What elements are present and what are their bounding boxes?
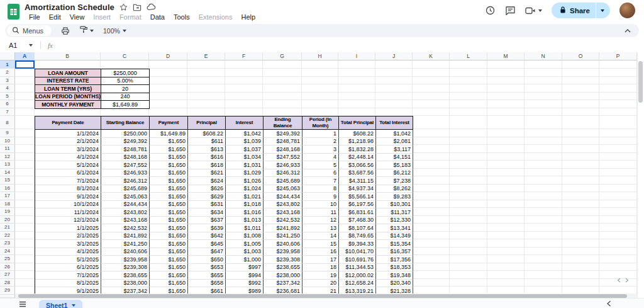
schedule-cell[interactable]: $1,650 <box>150 256 188 264</box>
schedule-cell[interactable]: $17,356 <box>376 256 413 264</box>
grid-cell[interactable] <box>450 116 487 129</box>
schedule-cell[interactable]: $11,344.53 <box>339 264 376 272</box>
schedule-cell[interactable]: $1,650 <box>150 280 188 288</box>
grid-cell[interactable] <box>338 77 375 85</box>
schedule-cell[interactable]: $616 <box>188 154 226 162</box>
schedule-cell[interactable]: $1,650 <box>150 154 188 162</box>
grid-cell[interactable] <box>599 116 637 129</box>
grid-cell[interactable] <box>487 153 525 161</box>
grid-cell[interactable] <box>15 100 35 108</box>
schedule-cell[interactable]: $1,042 <box>376 130 413 138</box>
zoom-control[interactable]: 100% <box>103 27 126 35</box>
menu-insert[interactable]: Insert <box>89 13 115 21</box>
column-header-B[interactable]: B <box>35 52 101 60</box>
schedule-cell[interactable]: 1 <box>303 130 339 138</box>
row-header-12[interactable]: 12 <box>0 153 15 161</box>
schedule-cell[interactable]: $624 <box>188 177 226 185</box>
grid-cell[interactable] <box>450 145 487 153</box>
schedule-cell[interactable]: 10 <box>303 201 339 209</box>
grid-cell[interactable] <box>413 161 450 169</box>
loan-label-cell[interactable]: LOAN AMOUNT <box>35 69 101 77</box>
schedule-header-cell[interactable]: Principal <box>188 117 226 130</box>
grid-cell[interactable] <box>413 224 450 232</box>
schedule-cell[interactable]: $241,892 <box>264 224 303 232</box>
loan-label-cell[interactable]: INTEREST RATE <box>35 77 101 86</box>
grid-cell[interactable] <box>487 263 525 271</box>
grid-cell[interactable] <box>450 255 487 263</box>
schedule-cell[interactable]: $244,434 <box>264 193 303 201</box>
grid-cell[interactable] <box>487 100 525 108</box>
schedule-cell[interactable]: $9,394.33 <box>339 240 376 248</box>
grid-cell[interactable] <box>375 60 413 69</box>
schedule-cell[interactable]: $1,650 <box>150 224 188 232</box>
schedule-cell[interactable]: $608.22 <box>188 130 226 138</box>
schedule-cell[interactable]: 8 <box>303 185 339 193</box>
column-header-G[interactable]: G <box>263 52 302 60</box>
grid-cell[interactable] <box>562 208 599 216</box>
grid-cell[interactable] <box>487 108 525 117</box>
grid-cell[interactable] <box>562 60 599 69</box>
grid-cell[interactable] <box>15 224 35 232</box>
grid-cell[interactable] <box>525 271 562 279</box>
row-header-26[interactable]: 26 <box>0 263 15 271</box>
schedule-cell[interactable]: $7,468.30 <box>339 217 376 225</box>
grid-cell[interactable] <box>562 129 599 137</box>
schedule-cell[interactable]: $634 <box>188 208 226 217</box>
row-header-27[interactable]: 27 <box>0 271 15 279</box>
schedule-cell[interactable]: $637 <box>188 217 226 225</box>
grid-cell[interactable] <box>413 255 450 263</box>
schedule-cell[interactable]: $238,655 <box>101 271 150 280</box>
schedule-cell[interactable]: $20,340 <box>376 280 413 288</box>
schedule-cell[interactable]: 12/1/2024 <box>35 217 101 225</box>
schedule-cell[interactable]: 3/1/2025 <box>35 240 101 248</box>
grid-cell[interactable] <box>450 263 487 271</box>
grid-cell[interactable] <box>302 77 338 85</box>
grid-cell[interactable] <box>15 129 35 137</box>
loan-value-cell[interactable]: $250,000 <box>101 69 150 77</box>
grid-cell[interactable] <box>525 200 562 208</box>
grid-cell[interactable] <box>525 60 562 69</box>
schedule-cell[interactable]: $3,066.56 <box>339 161 376 169</box>
schedule-header-cell[interactable]: Payment Date <box>35 117 101 130</box>
grid-cell[interactable] <box>599 93 637 101</box>
grid-cell[interactable] <box>450 169 487 177</box>
grid-cell[interactable] <box>562 271 599 279</box>
schedule-cell[interactable]: $12,658.24 <box>339 280 376 288</box>
schedule-cell[interactable]: $8,107.64 <box>339 224 376 232</box>
column-header-K[interactable]: K <box>413 52 450 60</box>
grid-cell[interactable] <box>562 93 599 101</box>
grid-cell[interactable] <box>450 239 487 248</box>
grid-cell[interactable] <box>15 279 35 287</box>
formula-input[interactable] <box>53 38 644 52</box>
schedule-cell[interactable]: 7 <box>303 177 339 185</box>
grid-cell[interactable] <box>413 239 450 248</box>
grid-cell[interactable] <box>525 129 562 137</box>
column-header-L[interactable]: L <box>450 52 487 60</box>
schedule-cell[interactable]: $243,168 <box>101 217 150 225</box>
grid-cell[interactable] <box>413 176 450 185</box>
schedule-cell[interactable]: 11 <box>303 208 339 217</box>
grid-cell[interactable] <box>413 248 450 256</box>
grid-cell[interactable] <box>225 100 263 108</box>
schedule-cell[interactable]: $1,650 <box>150 169 188 178</box>
grid-cell[interactable] <box>450 161 487 169</box>
schedule-cell[interactable]: 8/1/2024 <box>35 185 101 193</box>
schedule-header-cell[interactable]: Total Interest <box>376 117 413 130</box>
document-title[interactable]: Amortization Schedule <box>25 3 114 12</box>
schedule-cell[interactable]: 2/1/2025 <box>35 232 101 241</box>
grid-cell[interactable] <box>525 224 562 232</box>
schedule-cell[interactable]: $1,650 <box>150 217 188 225</box>
grid-cell[interactable] <box>338 93 375 101</box>
grid-cell[interactable] <box>413 185 450 193</box>
schedule-cell[interactable]: $12,000.02 <box>339 271 376 280</box>
share-button[interactable]: Share <box>552 3 610 18</box>
schedule-cell[interactable]: 9/1/2024 <box>35 193 101 201</box>
grid-cell[interactable] <box>562 116 599 129</box>
paint-format-button[interactable] <box>79 25 94 37</box>
schedule-cell[interactable]: $13,341 <box>376 224 413 232</box>
grid-cell[interactable] <box>375 77 413 85</box>
grid-cell[interactable] <box>599 248 637 256</box>
print-button[interactable] <box>61 26 70 35</box>
schedule-cell[interactable]: $8,262 <box>376 185 413 193</box>
schedule-cell[interactable]: $246,933 <box>101 169 150 178</box>
